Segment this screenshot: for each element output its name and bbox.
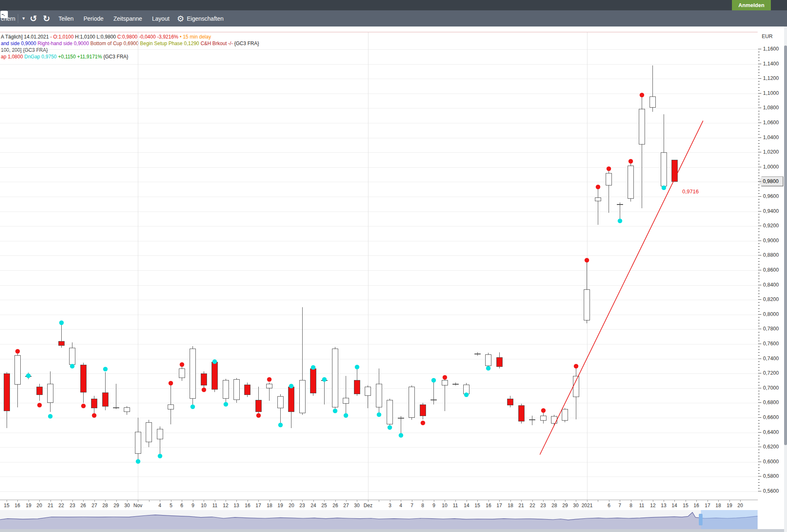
price-tick [758,382,760,383]
date-tick [39,500,40,502]
price-tick [758,400,760,400]
bottom-strip [0,529,787,532]
layout-button[interactable]: Layout [149,15,169,22]
price-tick [758,294,760,294]
price-tick [758,161,760,161]
date-tick [379,500,379,502]
price-tick [758,181,761,182]
price-tick [758,341,760,341]
price-tick [758,243,760,244]
date-tick [127,500,128,502]
price-axis[interactable]: EUR 0,9800 1,16001,14001,12001,10001,080… [758,32,784,500]
price-label: 0,9400 [763,208,779,214]
range-navigator[interactable] [0,510,758,529]
date-label: 11 [212,503,217,508]
price-tick [758,456,760,456]
date-label: 30 [124,503,130,508]
chart-plot-area[interactable]: A Täglich] 14.01.2021 - O:1,0100 H:1,010… [0,32,758,500]
date-tick [674,500,675,502]
price-tick [758,60,760,61]
date-tick [236,500,237,502]
period-button[interactable]: Periode [81,15,103,22]
price-tick [758,223,760,223]
trendline[interactable] [540,121,703,455]
date-tick [543,500,544,502]
price-tick [758,296,760,297]
date-label: 4 [400,503,402,508]
price-tick [758,238,760,238]
price-tick [758,388,761,388]
price-tick [758,93,761,94]
price-tick [758,55,760,55]
timespan-button[interactable]: Zeitspanne [111,15,142,22]
price-tick [758,320,760,320]
date-label: 14 [464,503,469,508]
save-dropdown-caret[interactable]: ▼ [22,16,26,21]
price-tick [758,190,760,191]
date-label: 29 [562,503,568,508]
price-tick [758,438,760,438]
price-tick [758,87,760,88]
date-label: 8 [630,503,633,508]
price-label: 0,9600 [763,193,779,199]
date-tick [149,500,149,502]
price-tick [758,488,760,489]
price-tick [758,299,761,300]
scrollbar-thumb[interactable] [784,46,787,445]
navigator-selection[interactable] [701,510,758,529]
price-tick [758,72,760,73]
date-label: 16 [486,503,491,508]
date-label: 15 [4,503,9,508]
date-label: 20 [36,503,42,508]
date-axis[interactable]: 151619202122232627282930Nov4569101112131… [0,500,758,510]
price-tick [758,270,761,270]
login-button[interactable]: Anmelden [732,0,771,10]
date-label: 8 [421,503,424,508]
date-tick [258,500,259,502]
price-tick [758,355,760,356]
date-label: 10 [201,503,206,508]
properties-label: Eigenschaften [187,15,224,22]
date-label: 30 [573,503,578,508]
date-label: 20 [289,503,294,508]
date-tick [182,500,182,502]
redo-icon[interactable]: ↻ [43,14,51,23]
date-tick [72,500,73,502]
price-tick [758,420,760,421]
date-label: 21 [518,503,524,508]
date-label: 26 [80,503,86,508]
price-tick [758,185,760,185]
price-tick [758,64,761,64]
undo-icon[interactable]: ↺ [30,14,37,23]
date-tick [510,500,511,502]
share-button[interactable]: Teilen [56,15,74,22]
share-label: Teilen [58,15,74,22]
date-label: 3 [389,503,392,508]
price-tick [758,417,761,418]
price-label: 0,7800 [763,326,779,332]
last-price-badge: 0,9800 [758,176,783,186]
price-tick [758,149,760,149]
date-tick [138,500,138,502]
price-tick [758,317,760,318]
price-tick [758,137,761,138]
navigator-handle[interactable] [699,514,703,525]
date-label: Dez [363,503,372,508]
date-label: 15 [474,503,480,508]
price-tick [758,308,760,309]
date-tick [477,500,478,502]
price-tick [758,67,760,67]
price-tick [758,246,760,247]
currency-label: EUR [762,34,773,39]
properties-button[interactable]: ⚙ Eigenschaften [177,14,224,23]
date-label: 19 [727,503,732,508]
date-tick [455,500,456,502]
date-tick [17,500,18,502]
price-tick [758,394,760,394]
date-label: 11 [453,503,458,508]
price-tick [758,99,760,99]
price-tick [758,102,760,102]
price-tick [758,231,760,232]
price-tick [758,367,760,368]
price-tick [758,167,761,167]
